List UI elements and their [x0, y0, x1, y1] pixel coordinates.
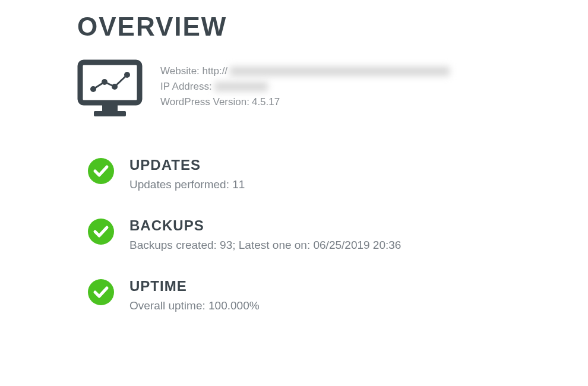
updates-detail: Updates performed: 11 [129, 178, 245, 191]
backups-heading: BACKUPS [129, 217, 401, 234]
website-label: Website: http:// [160, 65, 227, 77]
svg-point-11 [88, 219, 114, 245]
uptime-content: UPTIME Overall uptime: 100.000% [129, 278, 260, 312]
wp-version-label: WordPress Version: [160, 96, 249, 108]
page-title: OVERVIEW [77, 12, 511, 42]
ip-label: IP Address: [160, 81, 212, 93]
svg-rect-0 [80, 62, 140, 103]
uptime-heading: UPTIME [129, 278, 260, 295]
uptime-detail: Overall uptime: 100.000% [129, 299, 260, 312]
backups-content: BACKUPS Backups created: 93; Latest one … [129, 217, 401, 252]
website-value-redacted [230, 67, 450, 76]
wp-version-value: 4.5.17 [252, 96, 280, 108]
website-row: Website: http:// [160, 65, 450, 77]
site-info-section: Website: http:// IP Address: WordPress V… [77, 59, 511, 121]
check-circle-icon [88, 158, 114, 186]
status-list: UPDATES Updates performed: 11 BACKUPS Ba… [88, 157, 511, 312]
svg-line-9 [115, 75, 127, 87]
updates-content: UPDATES Updates performed: 11 [129, 157, 245, 191]
backups-detail: Backups created: 93; Latest one on: 06/2… [129, 239, 401, 252]
svg-rect-1 [102, 104, 118, 111]
wp-version-row: WordPress Version: 4.5.17 [160, 96, 450, 108]
ip-row: IP Address: [160, 81, 450, 93]
svg-rect-2 [94, 111, 126, 116]
check-circle-icon [88, 219, 114, 247]
site-details: Website: http:// IP Address: WordPress V… [160, 59, 450, 108]
monitor-analytics-icon [77, 59, 143, 121]
check-circle-icon [88, 279, 114, 308]
status-item-uptime: UPTIME Overall uptime: 100.000% [88, 278, 511, 312]
svg-point-12 [88, 279, 114, 305]
svg-line-7 [93, 82, 105, 89]
updates-heading: UPDATES [129, 157, 245, 173]
status-item-updates: UPDATES Updates performed: 11 [88, 157, 511, 191]
svg-point-10 [88, 158, 114, 184]
status-item-backups: BACKUPS Backups created: 93; Latest one … [88, 217, 511, 252]
ip-value-redacted [214, 82, 268, 91]
